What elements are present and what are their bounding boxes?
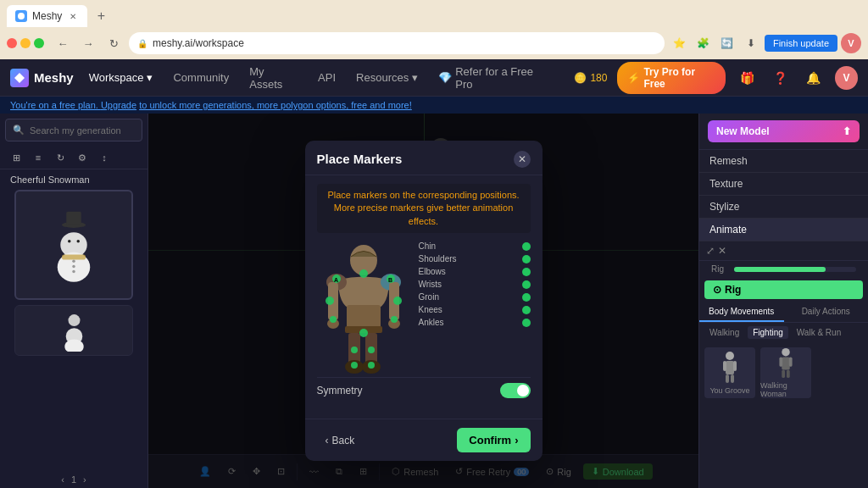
nav-community[interactable]: Community — [168, 68, 234, 87]
modal-title: Place Markers — [317, 152, 403, 166]
figure-thumb-1[interactable]: You Groove — [704, 347, 755, 398]
grid-view-btn[interactable]: ⊞ — [7, 148, 25, 167]
sync-btn[interactable]: 🔄 — [717, 33, 737, 53]
nav-resources-label: Resources — [356, 71, 409, 84]
figure1-label: You Groove — [709, 386, 749, 395]
search-input[interactable] — [30, 125, 135, 136]
walk-run-label: Walk & Run — [797, 328, 841, 337]
fighting-tab[interactable]: Fighting — [748, 326, 788, 339]
rig-text-label: Rig — [706, 264, 729, 274]
svg-point-64 — [326, 297, 334, 305]
stylize-action[interactable]: Stylize — [699, 196, 868, 219]
nav-workspace[interactable]: Workspace ▾ — [84, 68, 159, 87]
minimize-window-btn[interactable] — [20, 38, 31, 48]
svg-point-73 — [726, 352, 734, 360]
model-name-label: Cheerful Snowman — [3, 173, 144, 186]
figure-thumb-2[interactable]: Walking Woman — [760, 347, 811, 398]
nav-resources[interactable]: Resources ▾ — [351, 68, 423, 87]
rig-action-btn[interactable]: ⊙ Rig — [704, 280, 863, 299]
promo-text-2: to unlock more generations, more polygon… — [139, 100, 412, 110]
browser-profile[interactable]: V — [841, 33, 861, 53]
try-pro-btn[interactable]: ⚡ Try Pro for Free — [617, 62, 726, 94]
logo[interactable]: Meshy — [10, 69, 74, 87]
svg-point-71 — [351, 362, 358, 369]
back-nav-btn[interactable]: ← — [53, 33, 73, 53]
svg-text:B: B — [388, 277, 392, 283]
user-avatar-btn[interactable]: V — [835, 66, 858, 90]
marker-shoulders: Shoulders — [419, 254, 531, 263]
left-toolbar: ⊞ ≡ ↻ ⚙ ↕ — [0, 147, 147, 169]
nav-refer[interactable]: 💎 Refer for a Free Pro — [433, 62, 554, 94]
maximize-window-btn[interactable] — [34, 38, 44, 48]
modal-header: Place Markers ✕ — [305, 141, 542, 175]
search-bar[interactable]: 🔍 — [5, 119, 142, 141]
knees-label: Knees — [419, 305, 517, 314]
rig-progress-fill — [734, 267, 826, 272]
modal-close-btn[interactable]: ✕ — [514, 151, 531, 168]
walking-tab[interactable]: Walking — [704, 326, 744, 339]
refresh-nav-btn[interactable]: ↻ — [103, 33, 124, 53]
new-model-icon: ⬆ — [843, 125, 851, 137]
animate-action[interactable]: Animate — [699, 219, 868, 241]
forward-nav-btn[interactable]: → — [78, 33, 98, 53]
stylize-action-label: Stylize — [709, 201, 739, 213]
bell-btn[interactable]: 🔔 — [802, 66, 825, 90]
download-nav-btn[interactable]: ⬇ — [741, 33, 761, 53]
next-page-btn[interactable]: › — [83, 474, 86, 485]
rig-progress-bar — [734, 267, 856, 272]
walk-run-tab[interactable]: Walk & Run — [792, 326, 846, 339]
model-thumbnail-container[interactable] — [14, 190, 133, 300]
svg-point-70 — [368, 347, 375, 353]
list-view-btn[interactable]: ≡ — [29, 148, 47, 167]
new-tab-btn[interactable]: + — [91, 6, 111, 26]
browser-controls: ← → ↻ 🔒 meshy.ai/workspace ⭐ 🧩 🔄 ⬇ Finis… — [0, 27, 868, 59]
upgrade-link[interactable]: Upgrade — [101, 100, 136, 110]
svg-point-7 — [72, 260, 75, 263]
prev-page-btn[interactable]: ‹ — [61, 474, 64, 485]
elbows-label: Elbows — [419, 267, 517, 276]
nav-my-assets[interactable]: My Assets — [244, 62, 303, 94]
tab-close-btn[interactable]: ✕ — [67, 10, 79, 22]
filter-btn[interactable]: ⚙ — [73, 148, 92, 167]
nav-api[interactable]: API — [313, 68, 341, 87]
daily-actions-tab[interactable]: Daily Actions — [784, 302, 869, 322]
tab-bar: Meshy ✕ + — [0, 0, 868, 27]
right-panel: New Model ⬆ Remesh Texture Stylize Anima… — [698, 114, 868, 488]
logo-icon — [10, 69, 29, 87]
confirm-btn[interactable]: Confirm › — [457, 428, 530, 452]
address-bar[interactable]: 🔒 meshy.ai/workspace — [129, 32, 665, 54]
svg-rect-84 — [787, 370, 790, 379]
secondary-model-container[interactable] — [14, 305, 133, 356]
back-btn[interactable]: ‹ Back — [317, 430, 364, 452]
body-movements-tab[interactable]: Body Movements — [699, 302, 784, 322]
close-window-btn[interactable] — [7, 38, 17, 48]
svg-point-10 — [68, 240, 71, 243]
svg-text:A: A — [334, 277, 338, 283]
svg-point-0 — [18, 13, 25, 19]
browser-actions: ⭐ 🧩 🔄 ⬇ Finish update V — [670, 33, 861, 53]
lightning-icon: ⚡ — [627, 72, 640, 84]
gift-btn[interactable]: 🎁 — [736, 66, 759, 90]
active-tab[interactable]: Meshy ✕ — [7, 5, 87, 27]
ankles-label: Ankles — [419, 318, 517, 327]
remesh-action[interactable]: Remesh — [699, 150, 868, 173]
symmetry-toggle[interactable] — [500, 383, 531, 398]
finish-update-btn[interactable]: Finish update — [765, 35, 837, 52]
nav-workspace-label: Workspace — [89, 71, 144, 84]
refresh-btn[interactable]: ↻ — [51, 148, 70, 167]
nav-my-assets-label: My Assets — [249, 65, 298, 91]
svg-rect-76 — [733, 361, 737, 371]
new-model-btn[interactable]: New Model ⬆ — [708, 120, 860, 142]
fighting-label: Fighting — [753, 328, 783, 337]
svg-rect-78 — [731, 374, 734, 383]
close-animate-icon[interactable]: ✕ — [718, 245, 726, 257]
help-btn[interactable]: ❓ — [769, 66, 792, 90]
marker-knees: Knees — [419, 305, 531, 314]
svg-rect-83 — [782, 370, 785, 379]
texture-action[interactable]: Texture — [699, 173, 868, 196]
expand-icon[interactable]: ⤢ — [706, 245, 715, 257]
groin-dot — [522, 293, 531, 302]
sort-btn[interactable]: ↕ — [95, 148, 114, 167]
bookmark-btn[interactable]: ⭐ — [670, 33, 690, 53]
extensions-btn[interactable]: 🧩 — [693, 33, 714, 53]
